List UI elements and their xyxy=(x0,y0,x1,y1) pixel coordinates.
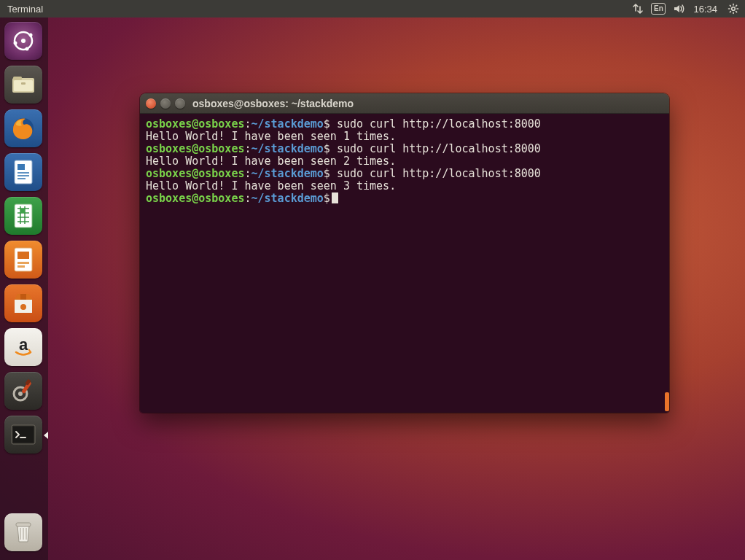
svg-rect-26 xyxy=(17,252,29,259)
terminal-line: osboxes@osboxes:~/stackdemo$ xyxy=(146,192,663,205)
terminal-line: osboxes@osboxes:~/stackdemo$ sudo curl h… xyxy=(146,118,663,131)
keyboard-layout-indicator[interactable]: En xyxy=(651,1,666,17)
sound-indicator-icon[interactable] xyxy=(673,1,686,17)
system-gear-icon[interactable] xyxy=(728,1,739,17)
top-menu-bar: Terminal En 16:34 xyxy=(0,0,745,18)
terminal-window[interactable]: osboxes@osboxes: ~/stackdemo osboxes@osb… xyxy=(140,93,669,413)
settings-icon[interactable] xyxy=(4,372,42,410)
terminal-line: Hello World! I have been seen 3 times. xyxy=(146,180,663,192)
active-app-label: Terminal xyxy=(7,4,43,15)
svg-point-0 xyxy=(732,7,736,11)
network-indicator-icon[interactable] xyxy=(632,1,644,17)
terminal-line: osboxes@osboxes:~/stackdemo$ sudo curl h… xyxy=(146,143,663,155)
svg-rect-28 xyxy=(17,265,25,268)
svg-point-5 xyxy=(26,47,29,51)
svg-rect-11 xyxy=(15,160,32,184)
dash-icon[interactable] xyxy=(4,22,42,60)
launcher-active-pip xyxy=(44,432,48,439)
terminal-scrollbar-thumb[interactable] xyxy=(665,392,669,411)
terminal-body[interactable]: osboxes@osboxes:~/stackdemo$ sudo curl h… xyxy=(140,114,669,413)
amazon-icon[interactable]: a xyxy=(4,328,42,366)
writer-icon[interactable] xyxy=(4,153,42,191)
software-icon[interactable] xyxy=(4,284,42,322)
terminal-line: Hello World! I have been seen 2 times. xyxy=(146,155,663,168)
svg-rect-29 xyxy=(20,294,26,300)
terminal-line: Hello World! I have been seen 1 times. xyxy=(146,131,663,143)
clock-indicator[interactable]: 16:34 xyxy=(693,4,717,15)
svg-rect-9 xyxy=(21,82,26,85)
svg-rect-7 xyxy=(13,77,22,80)
terminal-icon[interactable] xyxy=(4,416,42,454)
files-icon[interactable] xyxy=(4,66,42,104)
svg-point-4 xyxy=(14,42,17,45)
terminal-cursor xyxy=(332,192,338,203)
svg-text:a: a xyxy=(19,335,28,354)
svg-point-3 xyxy=(29,34,33,37)
svg-rect-25 xyxy=(15,248,32,271)
window-maximize-button[interactable] xyxy=(175,98,185,109)
svg-rect-24 xyxy=(20,209,25,213)
svg-rect-27 xyxy=(17,262,29,264)
window-minimize-button[interactable] xyxy=(160,98,171,109)
firefox-icon[interactable] xyxy=(4,109,42,147)
svg-point-30 xyxy=(20,304,26,310)
svg-rect-13 xyxy=(17,164,25,170)
svg-rect-37 xyxy=(13,427,34,443)
impress-icon[interactable] xyxy=(4,241,42,279)
svg-rect-8 xyxy=(14,80,33,91)
trash-icon[interactable] xyxy=(4,513,42,551)
terminal-title: osboxes@osboxes: ~/stackdemo xyxy=(192,98,354,109)
terminal-line: osboxes@osboxes:~/stackdemo$ sudo curl h… xyxy=(146,168,663,180)
unity-launcher: a xyxy=(0,18,48,560)
terminal-titlebar[interactable]: osboxes@osboxes: ~/stackdemo xyxy=(140,93,669,114)
svg-point-33 xyxy=(18,392,23,396)
calc-icon[interactable] xyxy=(4,197,42,235)
keyboard-layout-label: En xyxy=(651,3,666,15)
svg-rect-17 xyxy=(15,204,32,228)
svg-rect-39 xyxy=(16,523,31,526)
svg-point-2 xyxy=(21,39,26,43)
window-close-button[interactable] xyxy=(146,98,156,109)
